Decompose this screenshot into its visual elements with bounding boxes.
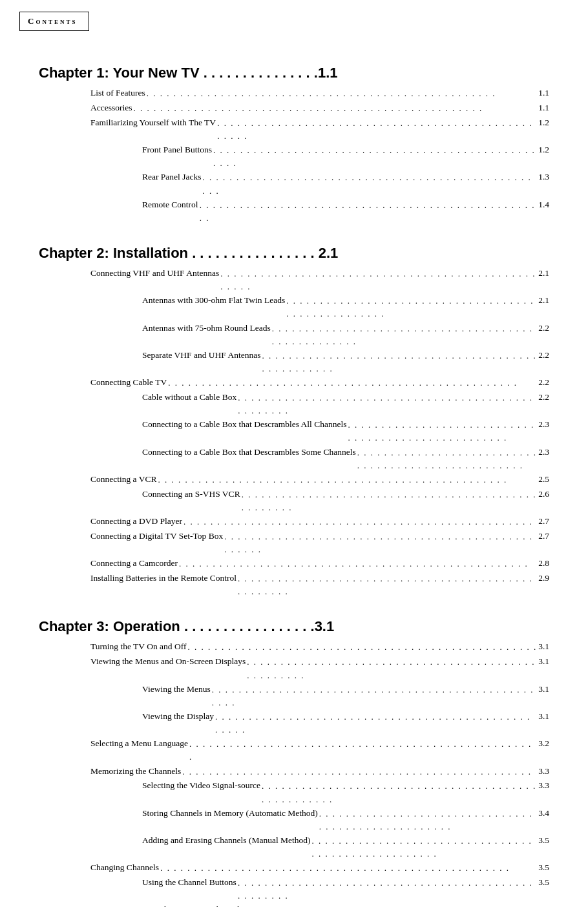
entry-page: 2.1	[538, 267, 549, 293]
toc-entry: Turning the TV On and Off . . . . . . . …	[39, 640, 549, 654]
entry-text: Connecting VHF and UHF Antennas	[90, 267, 219, 293]
entry-text: Memorizing the Channels	[90, 765, 181, 778]
toc-entry: Adding and Erasing Channels (Manual Meth…	[39, 834, 549, 860]
chapter-heading-ch1: Chapter 1: Your New TV . . . . . . . . .…	[39, 65, 549, 81]
entry-dots: . . . . . . . . . . . . . . . . . . . . …	[272, 322, 537, 348]
toc-entry: Viewing the Display . . . . . . . . . . …	[39, 710, 549, 736]
entry-dots: . . . . . . . . . . . . . . . . . . . . …	[184, 516, 537, 529]
entry-dots: . . . . . . . . . . . . . . . . . . . . …	[262, 780, 537, 806]
toc-entry: Memorizing the Channels . . . . . . . . …	[39, 765, 549, 778]
entry-page: 1.1	[538, 101, 549, 115]
entry-page: 2.6	[538, 488, 549, 514]
entry-text: Selecting the Video Signal-source	[142, 779, 260, 805]
entry-dots: . . . . . . . . . . . . . . . . . . . . …	[238, 572, 537, 598]
toc-entry: Selecting the Video Signal-source . . . …	[39, 779, 549, 805]
toc-entry: Directly Accessing Channels . . . . . . …	[39, 903, 549, 907]
entry-page: 3.3	[538, 765, 549, 778]
entry-page: 3.1	[538, 640, 549, 654]
entry-dots: . . . . . . . . . . . . . . . . . . . . …	[286, 295, 537, 320]
entry-dots: . . . . . . . . . . . . . . . . . . . . …	[319, 808, 537, 833]
entry-dots: . . . . . . . . . . . . . . . . . . . . …	[200, 199, 538, 225]
entry-page: 1.1	[538, 87, 549, 100]
entry-page: 2.2	[538, 322, 549, 348]
entry-dots: . . . . . . . . . . . . . . . . . . . . …	[242, 488, 537, 514]
toc-entry: Connecting VHF and UHF Antennas . . . . …	[39, 267, 549, 293]
entry-text: Remote Control	[142, 198, 198, 224]
chapter-heading-ch2: Chapter 2: Installation . . . . . . . . …	[39, 245, 549, 262]
entry-page: 2.7	[538, 530, 549, 556]
entry-dots: . . . . . . . . . . . . . . . . . . . . …	[158, 474, 538, 487]
header-title: Contents	[28, 16, 77, 26]
entry-page: 2.2	[538, 391, 549, 417]
entry-dots: . . . . . . . . . . . . . . . . . . . . …	[224, 530, 537, 556]
entry-dots: . . . . . . . . . . . . . . . . . . . . …	[160, 862, 537, 875]
entry-dots: . . . . . . . . . . . . . . . . . . . . …	[220, 267, 537, 293]
entry-text: Viewing the Menus and On-Screen Displays	[90, 655, 246, 681]
entry-page: 3.1	[538, 655, 549, 681]
entry-page: 3.5	[538, 834, 549, 860]
entry-page: 2.9	[538, 572, 549, 598]
toc-entry: Antennas with 300-ohm Flat Twin Leads . …	[39, 294, 549, 320]
toc-entry: Connecting a Camcorder . . . . . . . . .…	[39, 557, 549, 570]
toc-entry: Selecting a Menu Language . . . . . . . …	[39, 737, 549, 763]
entry-text: Separate VHF and UHF Antennas	[142, 349, 260, 375]
entry-text: Front Panel Buttons	[142, 143, 212, 169]
entry-text: Changing Channels	[90, 861, 159, 875]
entry-dots: . . . . . . . . . . . . . . . . . . . . …	[168, 377, 537, 390]
entry-text: Adding and Erasing Channels (Manual Meth…	[142, 834, 311, 860]
entry-text: Connecting Cable TV	[90, 376, 167, 390]
entry-text: Turning the TV On and Off	[90, 640, 186, 654]
entry-dots: . . . . . . . . . . . . . . . . . . . . …	[133, 102, 537, 116]
entry-dots: . . . . . . . . . . . . . . . . . . . . …	[182, 766, 537, 779]
entry-dots: . . . . . . . . . . . . . . . . . . . . …	[179, 558, 537, 571]
toc-entry: Using the Channel Buttons . . . . . . . …	[39, 876, 549, 902]
entry-dots: . . . . . . . . . . . . . . . . . . . . …	[202, 171, 537, 197]
entry-page: 3.4	[538, 807, 549, 833]
toc-entry: Connecting a DVD Player . . . . . . . . …	[39, 515, 549, 528]
entry-text: Installing Batteries in the Remote Contr…	[90, 572, 236, 598]
entry-dots: . . . . . . . . . . . . . . . . . . . . …	[262, 349, 537, 375]
entry-text: Connecting an S-VHS VCR	[142, 488, 240, 514]
entry-page: 1.2	[538, 116, 549, 142]
toc-entry: Remote Control . . . . . . . . . . . . .…	[39, 198, 549, 224]
toc-entry: Installing Batteries in the Remote Contr…	[39, 572, 549, 598]
entry-dots: . . . . . . . . . . . . . . . . . . . . …	[189, 738, 537, 764]
entry-text: Using the Channel Buttons	[142, 876, 236, 902]
toc-entry: Changing Channels . . . . . . . . . . . …	[39, 861, 549, 875]
entry-text: Viewing the Menus	[142, 683, 211, 709]
toc-entry: Accessories . . . . . . . . . . . . . . …	[39, 101, 549, 115]
contents-area: Chapter 1: Your New TV . . . . . . . . .…	[0, 65, 588, 907]
entry-dots: . . . . . . . . . . . . . . . . . . . . …	[247, 656, 537, 682]
entry-page: 1.2	[538, 143, 549, 169]
entry-page: 1.3	[538, 171, 549, 196]
entry-page: 2.3	[538, 418, 549, 444]
toc-entry: Connecting a Digital TV Set-Top Box . . …	[39, 530, 549, 556]
entry-page: 2.2	[538, 376, 549, 390]
toc-entry: Rear Panel Jacks . . . . . . . . . . . .…	[39, 171, 549, 196]
entry-page: 3.1	[538, 683, 549, 709]
entry-dots: . . . . . . . . . . . . . . . . . . . . …	[212, 683, 537, 709]
entry-text: Storing Channels in Memory (Automatic Me…	[142, 807, 318, 833]
toc-entry: Storing Channels in Memory (Automatic Me…	[39, 807, 549, 833]
entry-page: 2.1	[538, 294, 549, 320]
header-box: Contents	[19, 12, 89, 31]
toc-entry: Front Panel Buttons . . . . . . . . . . …	[39, 143, 549, 169]
toc-entry: Familiarizing Yourself with The TV . . .…	[39, 116, 549, 142]
entry-text: Familiarizing Yourself with The TV	[90, 116, 216, 142]
entry-text: Connecting a Digital TV Set-Top Box	[90, 530, 223, 556]
entry-page: 3.3	[538, 779, 549, 805]
entry-dots: . . . . . . . . . . . . . . . . . . . . …	[312, 835, 538, 860]
toc-entry: Separate VHF and UHF Antennas . . . . . …	[39, 349, 549, 375]
entry-text: Selecting a Menu Language	[90, 737, 188, 763]
toc-entry: Viewing the Menus . . . . . . . . . . . …	[39, 683, 549, 709]
toc-entry: Viewing the Menus and On-Screen Displays…	[39, 655, 549, 681]
entry-page: 2.2	[538, 349, 549, 375]
entry-page: 2.8	[538, 557, 549, 570]
entry-dots: . . . . . . . . . . . . . . . . . . . . …	[217, 117, 537, 143]
entry-page: 2.7	[538, 515, 549, 528]
toc-entry: Cable without a Cable Box . . . . . . . …	[39, 391, 549, 417]
toc-entry: Connecting Cable TV . . . . . . . . . . …	[39, 376, 549, 390]
entry-dots: . . . . . . . . . . . . . . . . . . . . …	[357, 446, 537, 472]
toc-entry: Connecting to a Cable Box that Descrambl…	[39, 418, 549, 444]
entry-dots: . . . . . . . . . . . . . . . . . . . . …	[187, 641, 537, 654]
